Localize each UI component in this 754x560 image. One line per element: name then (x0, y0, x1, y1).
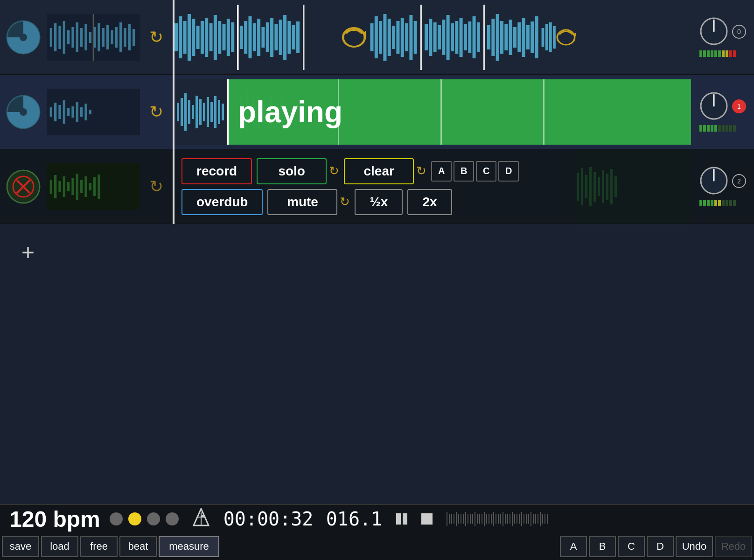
svg-rect-109 (67, 108, 70, 116)
undo-redo-area: Undo Redo (676, 536, 752, 557)
svg-rect-44 (257, 19, 260, 56)
mute-button[interactable]: mute (267, 189, 337, 215)
metronome-icon[interactable] (193, 508, 209, 531)
svg-rect-4 (54, 23, 56, 51)
svg-rect-63 (396, 21, 399, 54)
track-number-badge-1: 1 (732, 99, 746, 113)
svg-rect-153 (89, 183, 91, 190)
track-rotate-icon-2[interactable]: ↻ (145, 175, 168, 198)
svg-rect-51 (287, 21, 291, 54)
bottom-b-button[interactable]: B (589, 536, 616, 557)
track-level-meter-0 (699, 49, 746, 58)
dot-2[interactable] (128, 512, 141, 525)
svg-rect-71 (433, 22, 437, 52)
svg-rect-74 (447, 15, 450, 60)
svg-rect-149 (71, 178, 74, 195)
svg-rect-95 (542, 28, 545, 47)
svg-rect-154 (93, 177, 96, 196)
save-button[interactable]: save (2, 536, 39, 557)
svg-rect-34 (214, 15, 217, 60)
dot-3[interactable] (147, 512, 160, 525)
track-knob-area-2: 2 (699, 166, 746, 196)
svg-rect-68 (420, 5, 422, 70)
svg-rect-119 (188, 100, 190, 124)
loop-stop-circle-2[interactable] (5, 168, 42, 205)
svg-rect-174 (421, 513, 433, 525)
loop-b-button[interactable]: B (454, 161, 474, 182)
beat-button[interactable]: beat (119, 536, 157, 557)
svg-rect-128 (222, 104, 224, 120)
undo-button[interactable]: Undo (676, 536, 713, 557)
bottom-a-button[interactable]: A (560, 536, 587, 557)
svg-rect-86 (500, 21, 503, 54)
svg-rect-111 (76, 102, 78, 122)
track-knob-0[interactable] (699, 16, 729, 47)
record-button[interactable]: record (182, 158, 252, 184)
track-pos-line-1 (227, 79, 229, 145)
svg-rect-50 (283, 15, 286, 60)
svg-rect-66 (409, 15, 412, 60)
svg-rect-60 (383, 14, 386, 61)
loop-d-button[interactable]: D (498, 161, 519, 182)
dot-1[interactable] (110, 512, 123, 525)
track-volume-1[interactable] (5, 93, 42, 131)
svg-rect-7 (67, 30, 70, 44)
track-knob-1[interactable] (699, 91, 729, 121)
track-row-0: ↻ (0, 0, 754, 75)
track-volume-0[interactable] (5, 19, 42, 56)
svg-rect-91 (522, 18, 525, 57)
svg-rect-70 (429, 19, 432, 56)
loop-left-2: ↻ (0, 163, 173, 210)
svg-rect-145 (54, 175, 56, 198)
playing-overlay-1: playing (229, 79, 691, 145)
svg-rect-16 (106, 25, 109, 49)
svg-rect-26 (179, 16, 182, 58)
svg-rect-38 (231, 22, 234, 52)
redo-button[interactable]: Redo (715, 536, 752, 557)
halfx-button[interactable]: ½x (355, 189, 403, 215)
track-row-2: ↻ record solo ↻ clear ↻ A B C D overdub … (0, 149, 754, 224)
loop-bg-waveform (574, 149, 691, 224)
svg-rect-80 (473, 16, 476, 58)
svg-rect-117 (181, 98, 183, 126)
loop-a-button[interactable]: A (431, 161, 452, 182)
svg-rect-43 (253, 23, 256, 51)
add-track-button[interactable]: + (14, 238, 42, 266)
overdub-button[interactable]: overdub (182, 189, 263, 215)
svg-rect-45 (261, 27, 265, 48)
bottom-d-button[interactable]: D (647, 536, 674, 557)
dot-4[interactable] (166, 512, 179, 525)
svg-rect-52 (292, 25, 295, 49)
svg-rect-10 (80, 28, 83, 47)
loop-c-button[interactable]: C (476, 161, 496, 182)
svg-rect-144 (50, 180, 52, 194)
twox-button[interactable]: 2x (407, 189, 452, 215)
svg-point-1 (20, 34, 27, 41)
svg-rect-159 (585, 175, 587, 198)
measure-button[interactable]: measure (159, 536, 219, 557)
svg-rect-125 (210, 102, 213, 122)
track-rotate-icon-0[interactable]: ↻ (145, 26, 168, 49)
svg-rect-49 (279, 20, 282, 55)
bottom-c-button[interactable]: C (618, 536, 645, 557)
track-rotate-icon-1[interactable]: ↻ (145, 100, 168, 124)
free-button[interactable]: free (80, 536, 118, 557)
svg-rect-147 (63, 176, 65, 197)
svg-rect-35 (218, 21, 221, 54)
solo-button[interactable]: solo (257, 158, 327, 184)
svg-rect-87 (504, 24, 508, 50)
svg-rect-84 (491, 19, 495, 56)
track-knob-2[interactable] (699, 166, 729, 196)
svg-rect-76 (455, 21, 458, 54)
pause-button[interactable] (391, 509, 412, 529)
svg-rect-94 (535, 16, 538, 58)
svg-rect-126 (214, 96, 216, 128)
svg-rect-39 (237, 5, 238, 70)
stop-button[interactable] (417, 509, 437, 529)
clear-button[interactable]: clear (344, 158, 414, 184)
bottom-buttons-row: save load free beat measure A B C D Undo… (0, 533, 754, 560)
mute-rotate-icon: ↻ (340, 195, 350, 209)
svg-rect-166 (614, 176, 617, 197)
load-button[interactable]: load (41, 536, 78, 557)
svg-rect-65 (405, 23, 408, 51)
